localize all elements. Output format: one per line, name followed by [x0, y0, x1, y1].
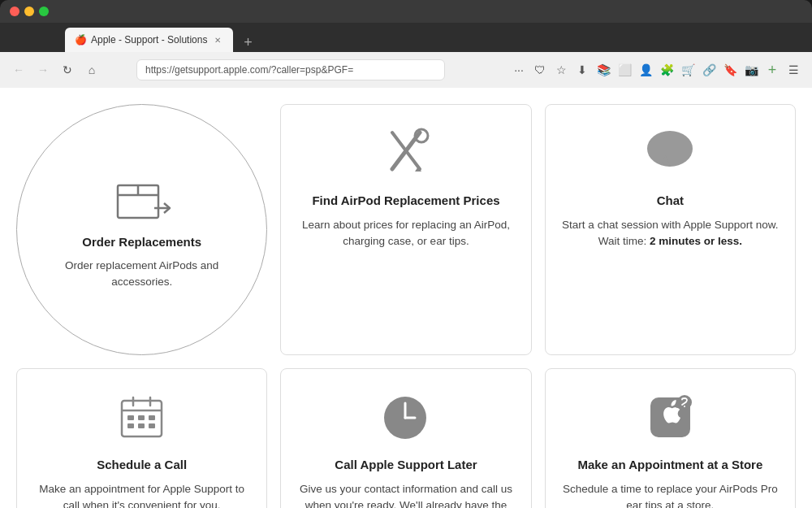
card-chat-title: Chat [657, 193, 684, 209]
address-input[interactable]: https://getsupport.apple.com/?caller=psp… [136, 59, 445, 80]
library-icon[interactable]: 📚 [594, 61, 612, 79]
card-chat-wait-value: 2 minutes or less. [650, 235, 742, 247]
address-bar: ← → ↻ ⌂ https://getsupport.apple.com/?ca… [0, 52, 812, 88]
tab-favicon-icon: 🍎 [75, 34, 86, 46]
apple-store-icon [644, 389, 697, 445]
tab-bar: 🍎 Apple - Support - Solutions ✕ + [0, 23, 812, 52]
svg-point-8 [647, 131, 693, 167]
card-schedule-call-desc: Make an appointment for Apple Support to… [33, 481, 250, 508]
svg-rect-16 [149, 415, 155, 420]
menu-icon[interactable]: ☰ [784, 61, 802, 79]
maximize-button[interactable] [39, 7, 49, 16]
card-find-prices[interactable]: Find AirPod Replacement Prices Learn abo… [280, 104, 531, 355]
screenshot-icon[interactable]: 📷 [742, 61, 760, 79]
bookmark2-icon[interactable]: 🔖 [721, 61, 739, 79]
card-chat-desc-main: Start a chat session with Apple Support … [562, 219, 778, 231]
svg-rect-17 [127, 423, 134, 428]
tools-icon [378, 124, 434, 181]
card-store-appointment-desc: Schedule a time to replace your AirPods … [562, 481, 779, 508]
svg-point-25 [684, 406, 685, 407]
card-schedule-call-title: Schedule a Call [97, 457, 187, 473]
new-tab-button[interactable]: + [238, 33, 257, 52]
clock-icon [379, 389, 432, 445]
download-icon[interactable]: ⬇ [573, 61, 591, 79]
profile-icon[interactable]: 👤 [637, 61, 654, 79]
box-arrow-icon [110, 169, 175, 226]
extensions-icon[interactable]: 🧩 [658, 61, 676, 79]
card-find-prices-title: Find AirPod Replacement Prices [312, 193, 499, 209]
toolbar-right: ··· 🛡 ☆ ⬇ 📚 ⬜ 👤 🧩 🛒 🔗 🔖 📷 + ☰ [510, 61, 802, 79]
card-call-later-title: Call Apple Support Later [335, 457, 477, 473]
url-text: https://getsupport.apple.com/?caller=psp… [145, 64, 353, 76]
close-button[interactable] [10, 7, 19, 16]
tab-view-icon[interactable]: ⬜ [615, 61, 633, 79]
title-bar [0, 0, 812, 23]
add-toolbar-icon[interactable]: + [763, 61, 781, 79]
card-order-replacements-title: Order Replacements [82, 234, 201, 250]
cards-grid: Order Replacements Order replacement Air… [16, 104, 796, 508]
svg-rect-14 [127, 415, 134, 420]
card-call-later-desc: Give us your contact information and cal… [297, 481, 514, 508]
home-button[interactable]: ⌂ [83, 61, 101, 79]
minimize-button[interactable] [24, 7, 34, 16]
svg-rect-18 [138, 423, 145, 428]
link-icon[interactable]: 🔗 [700, 61, 718, 79]
card-find-prices-desc: Learn about prices for replacing an AirP… [297, 217, 514, 250]
more-options-icon[interactable]: ··· [510, 61, 528, 79]
forward-button[interactable]: → [34, 61, 52, 79]
traffic-lights [10, 7, 49, 16]
svg-rect-15 [138, 415, 145, 420]
reload-button[interactable]: ↻ [58, 61, 76, 79]
tab-title-label: Apple - Support - Solutions [91, 34, 207, 46]
bookmark-icon[interactable]: ☆ [552, 61, 570, 79]
card-chat-desc: Start a chat session with Apple Support … [562, 217, 778, 250]
back-button[interactable]: ← [10, 61, 28, 79]
card-order-replacements-desc: Order replacement AirPods and accessorie… [33, 258, 250, 291]
card-chat-wait-label: Wait time: [598, 235, 650, 247]
card-store-appointment[interactable]: Make an Appointment at a Store Schedule … [545, 368, 796, 508]
shopping-icon[interactable]: 🛒 [679, 61, 697, 79]
tab-apple-support[interactable]: 🍎 Apple - Support - Solutions ✕ [65, 28, 233, 52]
svg-rect-19 [149, 423, 155, 428]
tab-close-button[interactable]: ✕ [212, 34, 223, 46]
card-call-later[interactable]: Call Apple Support Later Give us your co… [280, 368, 531, 508]
shield-icon[interactable]: 🛡 [531, 61, 549, 79]
browser-content: Order Replacements Order replacement Air… [0, 88, 812, 508]
card-schedule-call[interactable]: Schedule a Call Make an appointment for … [16, 368, 267, 508]
card-store-appointment-title: Make an Appointment at a Store [577, 457, 762, 473]
card-order-replacements[interactable]: Order Replacements Order replacement Air… [16, 104, 267, 355]
calendar-icon [115, 389, 168, 445]
card-chat[interactable]: Chat Start a chat session with Apple Sup… [545, 104, 796, 355]
chat-bubble-icon [641, 124, 698, 181]
